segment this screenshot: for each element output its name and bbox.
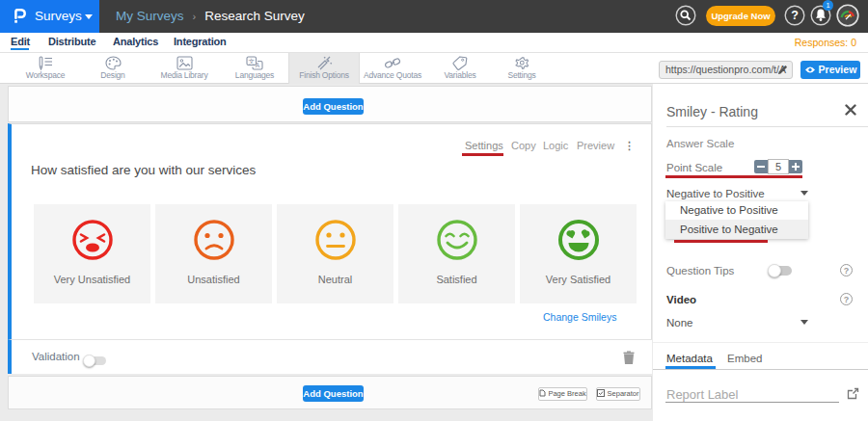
svg-text:文: 文 (248, 58, 255, 65)
svg-text:?: ? (791, 9, 799, 22)
svg-text:A: A (256, 62, 260, 68)
